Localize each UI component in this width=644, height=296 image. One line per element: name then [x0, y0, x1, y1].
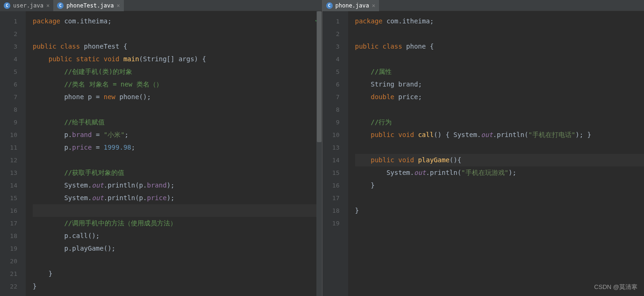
- editor-right[interactable]: 1 2 3 4 5 6 7 8 9 10 13 14 15 16 17 18 1…: [322, 11, 644, 296]
- watermark: CSDN @莫清寒: [594, 283, 637, 291]
- tabbar-right: C phone.java ×: [322, 0, 644, 11]
- right-pane: C phone.java × 1 2 3 4 5 6 7 8 9 10 13 1…: [322, 0, 644, 296]
- scrollbar-thumb[interactable]: [317, 11, 322, 142]
- tab-label: user.java: [13, 2, 43, 9]
- tab-label: phoneTest.java: [66, 2, 114, 9]
- tab-user-java[interactable]: C user.java ×: [0, 0, 53, 11]
- code-left[interactable]: ✓ package com.itheima; public class phon…: [26, 11, 322, 296]
- close-icon[interactable]: ×: [116, 2, 120, 9]
- scrollbar-left[interactable]: [316, 11, 322, 296]
- gutter-right: 1 2 3 4 5 6 7 8 9 10 13 14 15 16 17 18 1…: [322, 11, 349, 296]
- left-pane: C user.java × C phoneTest.java × 1 2 3 4…: [0, 0, 322, 296]
- class-file-icon: C: [326, 2, 333, 9]
- close-icon[interactable]: ×: [372, 2, 375, 9]
- class-file-icon: C: [4, 2, 10, 9]
- gutter-left: 1 2 3 4 5 6 7 8 9 10 11 12 13 14 15 16 1…: [0, 11, 26, 296]
- editor-split: C user.java × C phoneTest.java × 1 2 3 4…: [0, 0, 644, 296]
- code-right[interactable]: package com.itheima; public class phone …: [349, 11, 644, 296]
- tabbar-left: C user.java × C phoneTest.java ×: [0, 0, 322, 11]
- tab-phonetest-java[interactable]: C phoneTest.java ×: [53, 0, 123, 11]
- class-file-icon: C: [57, 2, 64, 9]
- tab-phone-java[interactable]: C phone.java ×: [322, 0, 379, 11]
- tab-label: phone.java: [336, 2, 369, 9]
- close-icon[interactable]: ×: [46, 2, 50, 9]
- editor-left[interactable]: 1 2 3 4 5 6 7 8 9 10 11 12 13 14 15 16 1…: [0, 11, 322, 296]
